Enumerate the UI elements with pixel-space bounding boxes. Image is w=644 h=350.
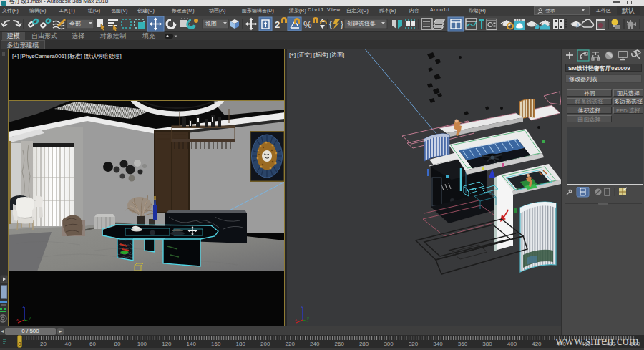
svg-text:140: 140: [187, 341, 197, 347]
svg-text:240: 240: [310, 341, 320, 347]
svg-text:%: %: [303, 19, 312, 30]
svg-text:260: 260: [335, 341, 345, 347]
svg-text:220: 220: [286, 341, 296, 347]
svg-text:280: 280: [359, 341, 369, 347]
svg-text:360: 360: [458, 341, 468, 347]
svg-text:400: 400: [507, 341, 517, 347]
svg-text:全部: 全部: [69, 21, 81, 27]
svg-text:300: 300: [384, 341, 394, 347]
svg-text:180: 180: [236, 341, 246, 347]
svg-text:200: 200: [260, 341, 270, 347]
svg-text:x: x: [295, 317, 297, 321]
svg-text:x: x: [16, 317, 19, 321]
svg-text:60: 60: [89, 341, 96, 347]
svg-text:0: 0: [18, 341, 21, 347]
svg-text:80: 80: [114, 341, 120, 347]
svg-text:y: y: [307, 316, 309, 320]
svg-text:创建选择集: 创建选择集: [346, 21, 376, 27]
svg-text:120: 120: [162, 341, 172, 347]
svg-text:420: 420: [532, 341, 542, 347]
svg-text:2: 2: [275, 19, 280, 30]
svg-text:z: z: [23, 304, 25, 308]
svg-text:380: 380: [482, 341, 492, 347]
svg-text:视图: 视图: [205, 21, 217, 27]
svg-text:40: 40: [65, 341, 72, 347]
svg-text:340: 340: [433, 341, 443, 347]
svg-text:320: 320: [409, 341, 419, 347]
svg-text:z: z: [301, 304, 303, 308]
svg-text:}: }: [341, 20, 343, 29]
svg-text:160: 160: [211, 341, 221, 347]
svg-text:y: y: [29, 316, 31, 320]
svg-text:20: 20: [40, 341, 47, 347]
svg-text:100: 100: [137, 341, 147, 347]
svg-text:{: {: [329, 20, 332, 29]
